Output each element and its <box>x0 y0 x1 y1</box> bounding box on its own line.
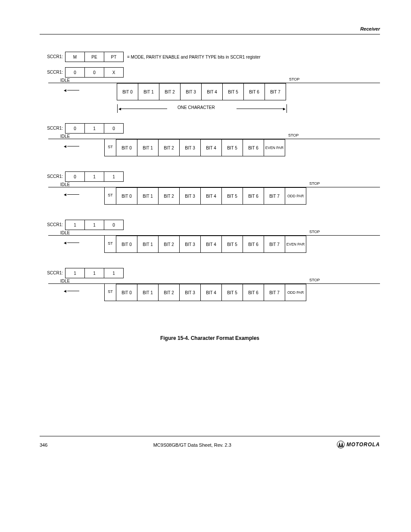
page-footer: 346 MC9S08GB/GT Data Sheet, Rev. 2.3 MOT… <box>40 436 380 449</box>
data-bit: BIT 1 <box>137 139 159 156</box>
header-section-title: Receiver <box>360 26 380 31</box>
reg-value: 0 <box>84 67 104 78</box>
frame: SCCR1:110IDLE◄STBIT 0BIT 1BIT 2BIT 3BIT … <box>48 220 380 258</box>
reg-value-row: SCCR1:00X <box>65 67 380 78</box>
frame: SCCR1:010IDLE◄STBIT 0BIT 1BIT 2BIT 3BIT … <box>48 123 380 161</box>
register-label: SCCR1: <box>47 70 63 75</box>
idle-label: IDLE <box>60 134 70 139</box>
figure-caption: Figure 15-4. Character Format Examples <box>40 335 380 341</box>
reg-value: 1 <box>84 171 104 182</box>
reg-bit: PT <box>104 52 124 62</box>
data-bit: BIT 4 <box>200 284 222 301</box>
data-bit: BIT 3 <box>179 236 201 253</box>
data-bit: BIT 1 <box>137 187 159 205</box>
register-label: SCCR1: <box>47 126 63 131</box>
page-header: Receiver <box>40 17 380 34</box>
signal-row: IDLE◄STBIT 0BIT 1BIT 2BIT 3BIT 4BIT 5BIT… <box>48 187 380 209</box>
character-span-label: ONE CHARACTER <box>177 105 215 110</box>
data-bit: BIT 1 <box>138 83 159 100</box>
reg-value: 0 <box>104 123 124 134</box>
data-bit: BIT 2 <box>158 187 180 205</box>
bits-container: STBIT 0BIT 1BIT 2BIT 3BIT 4BIT 5BIT 6BIT… <box>104 236 306 253</box>
reg-legend-text: = MODE, PARITY ENABLE and PARITY TYPE bi… <box>127 55 260 59</box>
data-bit: BIT 5 <box>221 236 243 253</box>
data-bit: BIT 0 <box>116 139 137 156</box>
signal-row: IDLE◄BIT 0BIT 1BIT 2BIT 3BIT 4BIT 5BIT 6… <box>48 83 380 105</box>
reg-bit: M <box>65 52 85 62</box>
bits-container: STBIT 0BIT 1BIT 2BIT 3BIT 4BIT 5BIT 6EVE… <box>104 139 285 156</box>
data-bit: BIT 2 <box>159 83 181 100</box>
signal-row: IDLE◄STBIT 0BIT 1BIT 2BIT 3BIT 4BIT 5BIT… <box>48 283 380 306</box>
bits-container: STBIT 0BIT 1BIT 2BIT 3BIT 4BIT 5BIT 6BIT… <box>104 187 306 205</box>
stop-label: STOP <box>309 278 320 282</box>
reg-value: 0 <box>65 171 85 182</box>
character-span-arrow: ◄ONE CHARACTER► <box>117 106 380 113</box>
stop-label: STOP <box>289 77 299 81</box>
arrow-left-icon: ◄ <box>63 143 79 148</box>
data-bit: BIT 5 <box>221 187 243 205</box>
reg-value-row: SCCR1:111 <box>65 268 380 278</box>
register-label: SCCR1: <box>47 222 63 227</box>
data-bit: BIT 7 <box>264 284 285 301</box>
signal-row: IDLE◄STBIT 0BIT 1BIT 2BIT 3BIT 4BIT 5BIT… <box>48 235 380 258</box>
reg-value: 1 <box>65 268 85 278</box>
data-bit: BIT 5 <box>221 139 243 156</box>
motorola-logo-icon <box>337 441 345 448</box>
reg-value: 0 <box>65 123 85 134</box>
idle-label: IDLE <box>60 230 70 235</box>
data-bit: BIT 0 <box>116 236 137 253</box>
arrow-left-icon: ◄ <box>63 87 79 92</box>
data-bit: BIT 6 <box>243 83 265 100</box>
data-bit: BIT 0 <box>116 187 137 205</box>
data-bit: BIT 3 <box>179 187 201 205</box>
data-bit: BIT 2 <box>158 284 180 301</box>
page-number: 346 <box>40 442 47 448</box>
arrow-left-icon: ◄ <box>63 240 79 245</box>
data-bit: BIT 4 <box>200 139 222 156</box>
start-bit: ST <box>104 139 116 156</box>
register-label: SCCR1: <box>47 271 63 275</box>
reg-value: 1 <box>84 268 104 278</box>
frame: SCCR1:111IDLE◄STBIT 0BIT 1BIT 2BIT 3BIT … <box>48 268 380 306</box>
reg-value: 1 <box>104 171 124 182</box>
data-bit: BIT 6 <box>243 139 264 156</box>
figure-area: SCCR1:MPEPT = MODE, PARITY ENABLE and PA… <box>40 34 380 325</box>
data-bit: BIT 6 <box>243 284 264 301</box>
data-bit: BIT 1 <box>137 236 159 253</box>
stop-label: STOP <box>309 230 320 234</box>
company-name: MOTOROLA <box>337 441 380 449</box>
data-bit: BIT 7 <box>265 83 286 100</box>
start-bit: ST <box>104 284 116 301</box>
data-bit: BIT 2 <box>158 139 180 156</box>
register-label: SCCR1: <box>47 174 63 179</box>
data-bit: BIT 3 <box>179 139 201 156</box>
data-bit: BIT 0 <box>116 284 137 301</box>
frame: SCCR1:011IDLE◄STBIT 0BIT 1BIT 2BIT 3BIT … <box>48 171 380 209</box>
data-bit: BIT 5 <box>222 83 244 100</box>
doc-title-footer: MC9S08GB/GT Data Sheet, Rev. 2.3 <box>47 442 337 448</box>
data-bit: BIT 3 <box>179 284 201 301</box>
stop-label: STOP <box>288 133 299 137</box>
data-bit: ODD PAR <box>285 284 306 301</box>
data-bit: BIT 4 <box>200 236 222 253</box>
data-bit: BIT 7 <box>264 236 285 253</box>
reg-value: 1 <box>104 268 124 278</box>
data-bit: BIT 2 <box>158 236 180 253</box>
data-bit: BIT 5 <box>221 284 243 301</box>
reg-value: 0 <box>104 220 124 230</box>
start-bit: ST <box>104 187 116 205</box>
signal-row: IDLE◄STBIT 0BIT 1BIT 2BIT 3BIT 4BIT 5BIT… <box>48 139 380 161</box>
idle-label: IDLE <box>60 182 70 187</box>
reg-value: X <box>104 67 124 78</box>
reg-value-row: SCCR1:010 <box>65 123 380 134</box>
reg-value-row: SCCR1:011 <box>65 171 380 182</box>
frame: SCCR1:00XIDLE◄BIT 0BIT 1BIT 2BIT 3BIT 4B… <box>48 67 380 113</box>
data-bit: BIT 6 <box>243 187 264 205</box>
stop-label: STOP <box>309 181 320 186</box>
bits-container: STBIT 0BIT 1BIT 2BIT 3BIT 4BIT 5BIT 6BIT… <box>104 284 306 301</box>
start-bit: ST <box>104 236 116 253</box>
reg-value: 1 <box>84 123 104 134</box>
motorola-logo: MOTOROLA <box>337 441 380 448</box>
bits-container: BIT 0BIT 1BIT 2BIT 3BIT 4BIT 5BIT 6BIT 7… <box>117 83 286 100</box>
register-legend: SCCR1:MPEPT = MODE, PARITY ENABLE and PA… <box>65 52 380 62</box>
